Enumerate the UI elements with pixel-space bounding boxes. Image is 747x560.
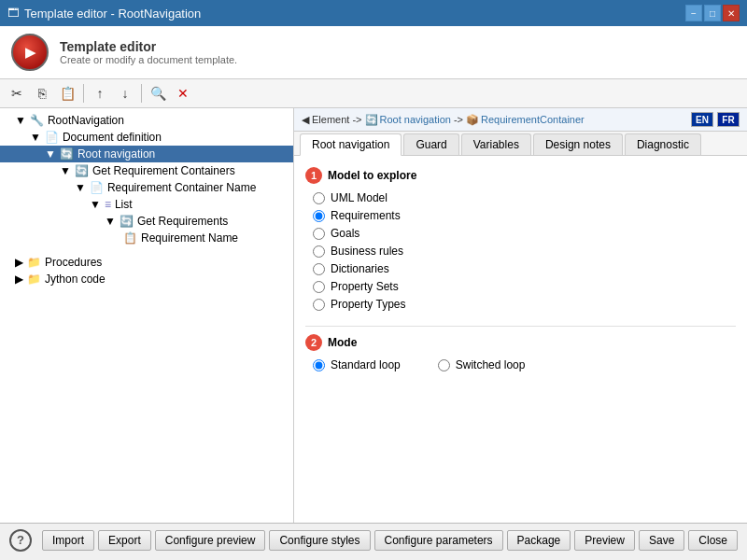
- breadcrumb-root-nav: 🔄 Root navigation: [365, 114, 451, 126]
- tree-item-get-requirements[interactable]: ▼ 🔄 Get Requirements: [0, 213, 293, 230]
- radio-label: Standard loop: [331, 358, 401, 371]
- close-button[interactable]: Close: [688, 530, 738, 551]
- section1-header: 1 Model to explore: [305, 167, 736, 184]
- export-button[interactable]: Export: [98, 530, 151, 551]
- tab-root-navigation[interactable]: Root navigation: [300, 133, 402, 156]
- node-icon: 🔄: [75, 164, 89, 177]
- delete-button[interactable]: ✕: [172, 82, 194, 105]
- tree-item-get-req-containers[interactable]: ▼ 🔄 Get Requirement Containers: [0, 162, 293, 179]
- tree-item-list[interactable]: ▼ ≡ List: [0, 196, 293, 213]
- tree-label: List: [115, 198, 133, 211]
- expand-icon: ▶: [15, 273, 23, 286]
- section1-title: Model to explore: [328, 169, 416, 182]
- container-icon: 📦: [466, 114, 479, 126]
- configure-preview-button[interactable]: Configure preview: [155, 530, 266, 551]
- import-button[interactable]: Import: [42, 530, 94, 551]
- tree-item-requirement-name[interactable]: 📋 Requirement Name: [0, 230, 293, 246]
- tree-label: RootNavigation: [48, 114, 124, 127]
- minimize-button[interactable]: −: [685, 5, 702, 21]
- app-logo: ▶: [11, 34, 49, 71]
- tab-guard[interactable]: Guard: [403, 133, 458, 155]
- node-icon: 📋: [123, 231, 137, 245]
- move-down-button[interactable]: ↓: [114, 82, 136, 105]
- flag-group: EN FR: [691, 112, 740, 127]
- radio-business-rules[interactable]: Business rules: [313, 245, 736, 258]
- folder-icon: 📁: [27, 273, 41, 286]
- tab-diagnostic[interactable]: Diagnostic: [625, 133, 701, 155]
- flag-fr[interactable]: FR: [717, 112, 740, 127]
- section-divider: [305, 326, 736, 327]
- tree-item-root-navigation[interactable]: ▼ 🔄 Root navigation: [0, 146, 293, 162]
- expand-icon: ▶: [15, 256, 23, 269]
- radio-uml-model[interactable]: UML Model: [313, 191, 736, 204]
- tree-label: Requirement Name: [141, 231, 238, 245]
- header-text: Template editor Create or modify a docum…: [60, 39, 237, 65]
- node-icon: 🔄: [120, 215, 134, 228]
- close-button[interactable]: ✕: [723, 5, 740, 21]
- section2-number: 2: [305, 334, 322, 351]
- bottom-buttons-group: Import Export Configure preview Configur…: [42, 530, 738, 551]
- header-subtitle: Create or modify a document template.: [60, 54, 237, 65]
- move-up-button[interactable]: ↑: [89, 82, 111, 105]
- tree-item-procedures[interactable]: ▶ 📁 Procedures: [0, 254, 293, 271]
- tab-content: 1 Model to explore UML Model Requirement…: [294, 156, 747, 523]
- app-icon: 🗔: [7, 7, 19, 20]
- breadcrumb-sep: ->: [454, 114, 463, 125]
- node-icon: 📄: [90, 181, 104, 194]
- configure-parameters-button[interactable]: Configure parameters: [374, 530, 503, 551]
- flag-en[interactable]: EN: [691, 112, 713, 127]
- radio-property-types[interactable]: Property Types: [313, 298, 736, 311]
- radio-label: Requirements: [331, 209, 401, 222]
- radio-property-sets[interactable]: Property Sets: [313, 280, 736, 293]
- tab-design-notes[interactable]: Design notes: [533, 133, 623, 155]
- mode-radio-group: Standard loop Switched loop: [305, 358, 736, 371]
- search-button[interactable]: 🔍: [147, 82, 169, 105]
- radio-switched-loop[interactable]: Switched loop: [438, 358, 526, 371]
- tree-item-document-definition[interactable]: ▼ 📄 Document definition: [0, 129, 293, 146]
- expand-icon: ▼: [90, 198, 101, 211]
- tree-label: Document definition: [63, 131, 162, 144]
- expand-icon: ▼: [15, 114, 26, 127]
- folder-icon: 📁: [27, 256, 41, 269]
- breadcrumb-text: Element ->: [312, 114, 362, 125]
- right-panel: ◀ Element -> 🔄 Root navigation -> 📦 Requ…: [294, 108, 747, 523]
- tree-label: Procedures: [45, 256, 102, 269]
- expand-icon: ▼: [105, 215, 116, 228]
- maximize-button[interactable]: □: [704, 5, 721, 21]
- tree-item-rootnavigation[interactable]: ▼ 🔧 RootNavigation: [0, 112, 293, 129]
- header-area: ▶ Template editor Create or modify a doc…: [0, 26, 747, 79]
- cut-button[interactable]: ✂: [6, 82, 28, 105]
- package-button[interactable]: Package: [507, 530, 571, 551]
- header-title: Template editor: [60, 39, 237, 54]
- tree-item-jython-code[interactable]: ▶ 📁 Jython code: [0, 271, 293, 287]
- tab-variables[interactable]: Variables: [461, 133, 531, 155]
- radio-goals[interactable]: Goals: [313, 227, 736, 240]
- tab-bar: Root navigation Guard Variables Design n…: [294, 132, 747, 156]
- radio-label: Property Sets: [331, 280, 399, 293]
- expand-icon: ▼: [75, 181, 86, 194]
- tree-label: Get Requirement Containers: [92, 164, 235, 177]
- section2-title: Mode: [328, 336, 357, 349]
- tree-label: Jython code: [45, 273, 106, 286]
- tree-item-req-container-name[interactable]: ▼ 📄 Requirement Container Name: [0, 179, 293, 196]
- section1-number: 1: [305, 167, 322, 184]
- configure-styles-button[interactable]: Configure styles: [269, 530, 370, 551]
- radio-label: Goals: [331, 227, 359, 240]
- expand-icon: ▼: [30, 131, 41, 144]
- save-button[interactable]: Save: [639, 530, 684, 551]
- radio-label: Business rules: [331, 245, 403, 258]
- preview-button[interactable]: Preview: [574, 530, 635, 551]
- radio-dictionaries[interactable]: Dictionaries: [313, 262, 736, 275]
- radio-label: Dictionaries: [331, 262, 389, 275]
- toolbar-separator-2: [141, 84, 142, 103]
- radio-standard-loop[interactable]: Standard loop: [313, 358, 401, 371]
- window-title: Template editor - RootNavigation: [24, 7, 201, 21]
- copy-button[interactable]: ⎘: [31, 82, 53, 105]
- tree-label: Requirement Container Name: [107, 181, 256, 194]
- radio-requirements[interactable]: Requirements: [313, 209, 736, 222]
- help-button[interactable]: ?: [9, 529, 32, 552]
- radio-label: Switched loop: [456, 358, 526, 371]
- node-icon: 🔄: [60, 147, 74, 161]
- node-icon: 🔧: [30, 114, 44, 127]
- paste-button[interactable]: 📋: [56, 82, 78, 105]
